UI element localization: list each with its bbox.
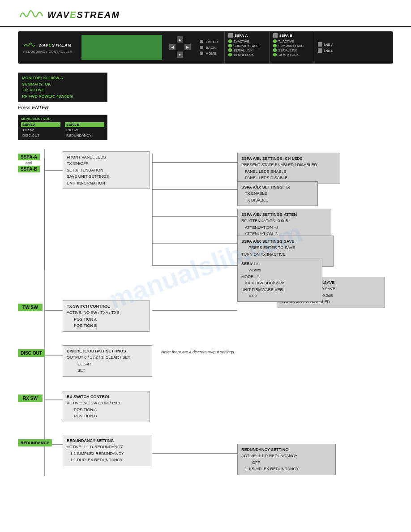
arrow-blank-tr (184, 36, 191, 43)
back-label[interactable]: BACK (206, 46, 216, 50)
panel-nav: ▲ ◀ ▶ ▼ (166, 31, 195, 64)
save-title: SSPA A/B: SETTINGS:SAVE (241, 238, 330, 245)
sspa-b-header: SSPA-B (273, 33, 310, 38)
sspa-b-label[interactable]: SSPA-B (18, 166, 40, 172)
main-content: MONITOR: Ku100W A SUMMARY: OK TX: ACTIVE… (0, 73, 411, 532)
sspa-menu-item-2[interactable]: TX ON/OFF (67, 160, 146, 167)
redundancy-line2[interactable]: 1:1 SIMPLEX REDUNDANCY (67, 450, 148, 457)
lnb-a-indicator (318, 42, 322, 47)
lnb-col: LNB-A LNB-B (314, 31, 337, 64)
redundancy2-line2[interactable]: OFF (241, 459, 332, 466)
logo-wave-graphic (18, 8, 45, 21)
back-led (200, 46, 203, 49)
menu-tx-sw[interactable]: TX SW (21, 128, 60, 133)
rx-switch-box: RX SWITCH CONTROL ACTIVE: NO SW / RXA / … (63, 391, 150, 422)
header: WAVESTREAM (0, 0, 411, 27)
tx-settings-line1[interactable]: TX ENABLE (241, 190, 314, 197)
atten-line2[interactable]: ATTENUATION +2 (241, 224, 327, 231)
rx-switch-line3[interactable]: POSITION B (67, 413, 146, 419)
sspa-b-serial-row: SERIAL LINK (273, 48, 310, 52)
menu-control-box: MENU/CONTROL: SSPA-A SSPA-B TX SW RX SW … (18, 115, 107, 140)
sspa-a-indicator (228, 33, 233, 38)
save-line2[interactable]: TURN ON TX:INACTIVE (241, 251, 330, 257)
redundancy2-line3[interactable]: 1:1 SIMPLEX REDUNDANCY (241, 466, 332, 472)
sspa-b-indicator (273, 33, 278, 38)
redundancy-box2: REDUNDANCY SETTING ACTIVE: 1:1 D-REDUNDA… (237, 444, 336, 475)
home-label[interactable]: HOME (206, 51, 217, 56)
tw-sw-label[interactable]: TW SW (18, 304, 43, 311)
sspa-a-label[interactable]: SSPA-A (18, 154, 40, 160)
arrow-down[interactable]: ▼ (177, 51, 183, 58)
lnb-b-indicator (318, 48, 322, 53)
menu-sspa-b[interactable]: SSPA-B (65, 122, 104, 127)
menu-sspa-a[interactable]: SSPA-A (21, 122, 60, 127)
model-val: XX XXXW BUC/SSPA (241, 280, 318, 286)
panel-buttons: ENTER BACK HOME (195, 31, 223, 64)
rx-switch-line1: ACTIVE: NO SW / RXA / RXB (67, 400, 146, 406)
sspa-a-mhz-led (228, 53, 232, 56)
sspa-b-col: SSPA-B Tx ACTIVE SUMMARY FAULT SERIAL LI… (270, 31, 314, 64)
sspa-b-tx-row: Tx ACTIVE (273, 39, 310, 43)
redundancy-label-cell: REDUNDANCY (18, 439, 52, 446)
lnb-b-row: LNB-B (318, 48, 334, 53)
model-title: MODEL #: (241, 274, 318, 280)
disc-out-label[interactable]: DISC OUT (18, 349, 45, 357)
disc-out-line1: OUTPUT 0 / 1 / 2 / 3: CLEAR / SET (67, 354, 148, 360)
rx-sw-label[interactable]: RX SW (18, 395, 43, 402)
menu-redundancy[interactable]: REDUNDANCY (65, 133, 104, 138)
arrow-left[interactable]: ◀ (169, 44, 176, 50)
rx-sw-label-cell: RX SW (18, 395, 43, 402)
logo-text: WAVESTREAM (47, 10, 120, 20)
sspa-a-tx-led (228, 39, 232, 43)
tx-settings-title: SSPA A/B: SETTINGS: TX (241, 184, 314, 190)
ch-leds-line2[interactable]: PANEL LEDS ENABLE (241, 168, 336, 175)
save-line1[interactable]: PRESS ENTER TO SAVE (241, 245, 330, 251)
tx-switch-line1: ACTIVE: NO SW / TXA / TXB (67, 309, 146, 316)
tx-switch-box: TX SWITCH CONTROL ACTIVE: NO SW / TXA / … (63, 300, 150, 332)
arrow-right[interactable]: ▶ (184, 44, 191, 50)
tx-switch-line2[interactable]: POSITION A (67, 316, 146, 322)
arrow-up[interactable]: ▲ (177, 36, 183, 43)
press-enter-text: Press ENTER (18, 105, 393, 110)
tx-settings-box: SSPA A/B: SETTINGS: TX TX ENABLE TX DISA… (237, 181, 318, 206)
disc-out-label-cell: DISC OUT (18, 349, 45, 357)
flow-lines-svg (18, 149, 394, 532)
panel-logo-wave-graphic (23, 42, 37, 48)
menu-control-grid: SSPA-A SSPA-B TX SW RX SW DISC.OUT REDUN… (21, 122, 104, 138)
firmware-title: UNIT FIRMWARE VER: (241, 287, 318, 293)
tx-settings-line2[interactable]: TX DISABLE (241, 197, 314, 203)
sspa-a-fault-row: SUMMARY FAULT (228, 44, 265, 47)
sspa-and-text: and (23, 160, 35, 166)
enter-btn-row: ENTER (200, 40, 218, 44)
panel-logo-text: WAVESTREAM (39, 43, 72, 47)
nav-arrows: ▲ ◀ ▶ ▼ (169, 36, 192, 59)
sspa-menu-item-3[interactable]: SET ATTENUATION (67, 167, 146, 173)
rx-switch-title: RX SWITCH CONTROL (67, 394, 146, 400)
enter-label[interactable]: ENTER (206, 40, 218, 44)
disc-out-line3[interactable]: SET (67, 367, 148, 373)
serial-val: WSxxx (241, 267, 318, 273)
sspa-b-mhz-row: 10 MHz LOCK (273, 53, 310, 56)
redundancy-label[interactable]: REDUNDANCY (18, 439, 52, 446)
redundancy2-line1: ACTIVE: 1:1 D-REDUNDANCY (241, 453, 332, 459)
sspa-b-serial-led (273, 48, 277, 52)
arrow-blank-br (184, 51, 191, 58)
ch-leds-line3[interactable]: PANEL LEDS DISABLE (241, 175, 336, 181)
rx-switch-line2[interactable]: POSITION A (67, 407, 146, 413)
menu-rx-sw[interactable]: RX SW (65, 128, 104, 133)
sspa-menu-item-5[interactable]: UNIT INFORMATION (67, 180, 146, 186)
redundancy-line3[interactable]: 1:1 DUPLEX REDUNDANCY (67, 457, 148, 463)
sspa-b-fault-led (273, 44, 277, 47)
sspa-menu-item-4[interactable]: SAVE UNIT SETTINGS (67, 173, 146, 180)
menu-disc-out[interactable]: DISC.OUT (21, 133, 60, 138)
enter-led (200, 40, 203, 43)
sspa-b-tx-led (273, 39, 277, 43)
redundancy2-title: REDUNDANCY SETTING (241, 446, 332, 453)
sspa-a-mhz-row: 10 MHz LOCK (228, 53, 265, 56)
tx-switch-line3[interactable]: POSITION B (67, 322, 146, 329)
arrow-blank-tl (169, 36, 176, 43)
disc-out-box: DISCRETE OUTPUT SETTINGS OUTPUT 0 / 1 / … (63, 345, 152, 377)
sspa-menu-item-1[interactable]: FRONT PANEL LEDS (67, 154, 146, 160)
disc-out-line2[interactable]: CLEAR (67, 361, 148, 367)
ch-leds-line1: PRESENT STATE ENABLED / DISABLED (241, 162, 336, 168)
